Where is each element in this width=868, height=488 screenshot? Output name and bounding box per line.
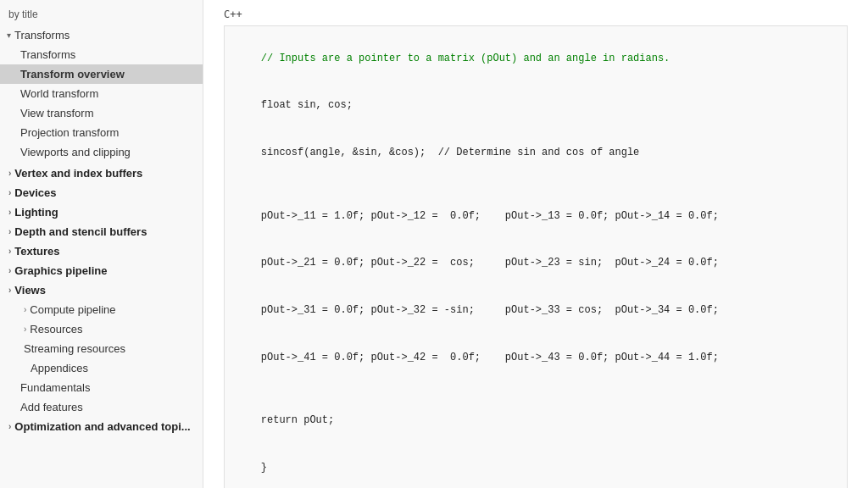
sidebar-section-transforms: ▾ Transforms Transforms Transform overvi… [0, 25, 203, 162]
sidebar-header: by title [0, 3, 203, 25]
main-content: C++ // Inputs are a pointer to a matrix … [203, 0, 868, 488]
code-block: // Inputs are a pointer to a matrix (pOu… [224, 25, 848, 488]
code-matrix-line-1: pOut->_11 = 1.0f; pOut->_12 = 0.0f; pOut… [261, 210, 719, 222]
code-matrix-line-3: pOut->_31 = 0.0f; pOut->_32 = -sin; pOut… [261, 304, 719, 316]
chevron-right-icon: › [24, 305, 26, 314]
sidebar-item-resources[interactable]: › Resources [0, 319, 203, 339]
sidebar-item-viewports-clipping[interactable]: Viewports and clipping [0, 142, 203, 162]
sidebar-item-lighting[interactable]: › Lighting [0, 202, 203, 222]
code-closing-brace: } [261, 462, 267, 474]
sidebar-item-world-transform[interactable]: World transform [0, 84, 203, 103]
sidebar-item-view-transform[interactable]: View transform [0, 103, 203, 123]
sidebar-item-transforms[interactable]: Transforms [0, 45, 203, 64]
lang-label: C++ [224, 8, 848, 20]
chevron-right-icon: › [8, 208, 11, 217]
chevron-right-icon: › [8, 188, 11, 197]
chevron-right-icon: › [8, 286, 11, 295]
chevron-down-icon: ▾ [7, 30, 11, 40]
sidebar-item-textures[interactable]: › Textures [0, 241, 203, 261]
sidebar-item-transform-overview[interactable]: Transform overview [0, 64, 203, 84]
chevron-right-icon: › [8, 422, 11, 431]
sidebar-item-add-features[interactable]: Add features [0, 397, 203, 417]
chevron-right-icon: › [24, 324, 26, 334]
sidebar-item-views[interactable]: › Views [0, 280, 203, 300]
sidebar-item-transforms-group[interactable]: ▾ Transforms [0, 25, 203, 45]
code-return-line: return pOut; [261, 414, 334, 426]
sidebar-item-devices[interactable]: › Devices [0, 183, 203, 202]
sidebar-item-streaming-resources[interactable]: Streaming resources [0, 339, 203, 358]
chevron-right-icon: › [8, 266, 11, 275]
sidebar-item-projection-transform[interactable]: Projection transform [0, 123, 203, 142]
sidebar: by title ▾ Transforms Transforms Transfo… [0, 0, 203, 488]
code-sincosf-line: sincosf(angle, &sin, &cos); // Determine… [261, 147, 639, 158]
chevron-right-icon: › [8, 227, 11, 236]
code-float-line: float sin, cos; [261, 99, 353, 111]
sidebar-item-optimization[interactable]: › Optimization and advanced topi... [0, 417, 203, 436]
chevron-right-icon: › [8, 169, 11, 178]
sidebar-item-graphics-pipeline[interactable]: › Graphics pipeline [0, 261, 203, 280]
code-matrix-line-4: pOut->_41 = 0.0f; pOut->_42 = 0.0f; pOut… [261, 352, 719, 363]
sidebar-item-compute-pipeline[interactable]: › Compute pipeline [0, 300, 203, 319]
sidebar-item-fundamentals[interactable]: Fundamentals [0, 378, 203, 397]
sidebar-item-vertex-index[interactable]: › Vertex and index buffers [0, 164, 203, 183]
sidebar-item-depth-stencil[interactable]: › Depth and stencil buffers [0, 222, 203, 241]
chevron-right-icon: › [8, 247, 11, 256]
code-matrix-line-2: pOut->_21 = 0.0f; pOut->_22 = cos; pOut-… [261, 257, 719, 269]
sidebar-item-appendices[interactable]: Appendices [0, 358, 203, 378]
code-comment1: // Inputs are a pointer to a matrix (pOu… [261, 53, 670, 64]
